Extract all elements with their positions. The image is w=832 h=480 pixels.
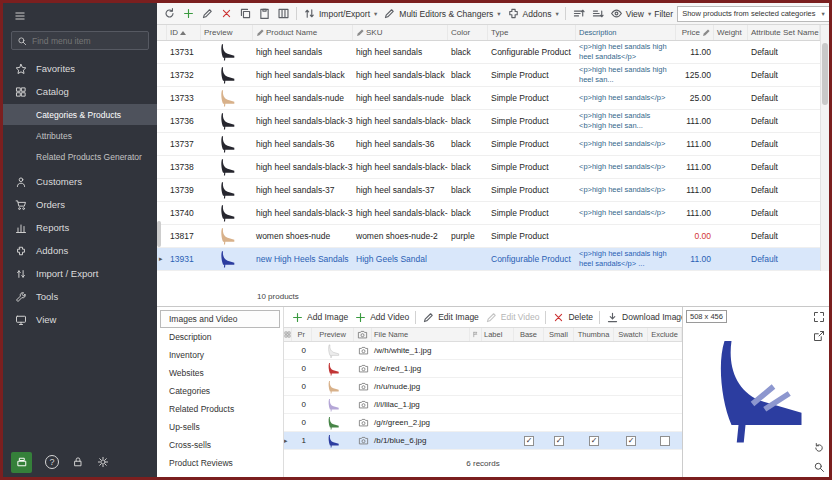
sort-descending-button[interactable] — [588, 5, 607, 22]
product-row[interactable]: 13736high heel sandals-black-36high heel… — [157, 110, 829, 133]
product-row[interactable]: 13733high heel sandals-nudehigh heel san… — [157, 87, 829, 110]
edit-image-button[interactable]: Edit Image — [419, 309, 482, 326]
product-row[interactable]: 13740high heel sandals-black-38high heel… — [157, 202, 829, 225]
product-row[interactable]: 13737high heel sandals-36high heel sanda… — [157, 133, 829, 156]
column-header-product-name[interactable]: Product Name — [253, 25, 353, 40]
tab-description[interactable]: Description — [160, 328, 280, 346]
lock-icon[interactable] — [72, 456, 84, 468]
scrollbar-thumb[interactable] — [822, 43, 828, 105]
sidebar-item-attributes[interactable]: Attributes — [3, 125, 157, 146]
columns-button[interactable] — [274, 5, 293, 22]
add-image-button[interactable]: Add Image — [288, 309, 351, 326]
tab-websites[interactable]: Websites — [160, 364, 280, 382]
tab-product-reviews[interactable]: Product Reviews — [160, 454, 280, 472]
refresh-button[interactable] — [160, 5, 179, 22]
delete-image-button[interactable]: Delete — [549, 309, 596, 326]
add-product-button[interactable] — [179, 5, 198, 22]
checkbox[interactable]: ✓ — [589, 436, 599, 446]
image-row[interactable]: ▸1/b/1/blue_6.jpg✓✓✓✓ — [284, 432, 682, 450]
product-row[interactable]: 13739high heel sandals-37high heel sanda… — [157, 179, 829, 202]
image-row[interactable]: 0/l/i/lilac_1.jpg — [284, 396, 682, 414]
column-header-exclude[interactable]: Exclude — [648, 328, 682, 341]
row-expander[interactable]: ▸ — [157, 255, 167, 263]
add-video-button[interactable]: Add Video — [351, 309, 412, 326]
image-row[interactable]: 0/w/h/white_1.jpg — [284, 342, 682, 360]
sidebar-item-favorites[interactable]: Favorites — [3, 57, 157, 80]
checkbox[interactable] — [660, 436, 670, 446]
product-row[interactable]: 13731high heel sandalshigh heel sandalsb… — [157, 41, 829, 64]
chevron-down-icon: ▾ — [822, 10, 825, 18]
checkbox[interactable]: ✓ — [626, 436, 636, 446]
import-export-dropdown[interactable]: Import/Export▾ — [300, 5, 380, 22]
product-row[interactable]: 13732high heel sandals-blackhigh heel sa… — [157, 64, 829, 87]
column-header-swatch[interactable]: Swatch — [614, 328, 648, 341]
flag-icon — [472, 330, 479, 339]
sidebar-item-reports[interactable]: Reports — [3, 216, 157, 239]
tab-categories[interactable]: Categories — [160, 382, 280, 400]
grid-scrollbar[interactable] — [820, 25, 829, 271]
column-header-attribute-set[interactable]: Attribute Set Name — [748, 25, 820, 40]
pos-terminal-button[interactable] — [11, 452, 32, 473]
edit-product-button[interactable] — [198, 5, 217, 22]
tab-related-products[interactable]: Related Products — [160, 400, 280, 418]
column-header-type[interactable]: Type — [488, 25, 576, 40]
filter-category-select[interactable]: Show products from selected categories ▾ — [677, 6, 829, 22]
view-dropdown[interactable]: View▾ — [607, 5, 655, 22]
product-row[interactable]: 13817women shoes-nudewomen shoes-nude-2p… — [157, 225, 829, 248]
chevron-down-icon: ▾ — [555, 10, 558, 18]
settings-gear-icon[interactable] — [97, 456, 109, 468]
column-header-thumbnail[interactable]: Thumbna — [574, 328, 614, 341]
tab-images-and-video[interactable]: Images and Video — [160, 310, 280, 328]
column-header-sku[interactable]: SKU — [353, 25, 448, 40]
sidebar-item-related-products-generator[interactable]: Related Products Generator — [3, 146, 157, 167]
column-header-preview[interactable]: Preview — [201, 25, 253, 40]
paste-button[interactable] — [255, 5, 274, 22]
open-in-new-icon[interactable] — [813, 330, 825, 342]
help-icon[interactable]: ? — [45, 455, 59, 469]
copy-button[interactable] — [236, 5, 255, 22]
sidebar-item-import-export[interactable]: Import / Export — [3, 262, 157, 285]
checkbox[interactable]: ✓ — [554, 436, 564, 446]
column-header-weight[interactable]: Weight — [714, 25, 748, 40]
hamburger-menu-icon[interactable] — [14, 10, 26, 22]
column-header-base[interactable]: Base — [514, 328, 544, 341]
column-header-id[interactable]: ID — [167, 25, 201, 40]
splitter-handle[interactable] — [157, 221, 161, 247]
sidebar-item-view[interactable]: View — [3, 308, 157, 331]
column-header-small[interactable]: Small — [544, 328, 574, 341]
column-header-position[interactable]: Pr — [292, 328, 312, 341]
menu-search-input[interactable] — [32, 36, 143, 46]
sort-ascending-button[interactable] — [569, 5, 588, 22]
column-header-description[interactable]: Description — [576, 25, 676, 40]
zoom-icon[interactable] — [813, 461, 825, 473]
column-header-preview[interactable]: Preview — [312, 328, 354, 341]
tab-inventory[interactable]: Inventory — [160, 346, 280, 364]
column-header-color[interactable]: Color — [448, 25, 488, 40]
edit-video-button[interactable]: Edit Video — [482, 309, 543, 326]
sidebar-item-catalog[interactable]: Catalog — [3, 80, 157, 103]
column-header-price[interactable]: Price — [676, 25, 714, 40]
store-manager-window: Favorites Catalog Categories & Products … — [0, 0, 832, 480]
sidebar-item-orders[interactable]: Orders — [3, 193, 157, 216]
delete-product-button[interactable] — [217, 5, 236, 22]
menu-search[interactable] — [11, 31, 149, 50]
sidebar-item-addons[interactable]: Addons — [3, 239, 157, 262]
column-header-label[interactable]: Label — [482, 328, 514, 341]
rotate-icon[interactable] — [813, 442, 825, 454]
multi-editors-dropdown[interactable]: Multi Editors & Changers▾ — [380, 5, 503, 22]
addons-dropdown[interactable]: Addons▾ — [504, 5, 562, 22]
image-row[interactable]: 0/n/u/nude.jpg — [284, 378, 682, 396]
sidebar-item-tools[interactable]: Tools — [3, 285, 157, 308]
sidebar-item-customers[interactable]: Customers — [3, 170, 157, 193]
tab-cross-sells[interactable]: Cross-sells — [160, 436, 280, 454]
column-header-file-name[interactable]: File Name — [372, 328, 470, 341]
checkbox[interactable]: ✓ — [524, 436, 534, 446]
image-row[interactable]: 0/g/r/green_2.jpg — [284, 414, 682, 432]
fullscreen-icon[interactable] — [813, 311, 825, 323]
sidebar-item-categories-products[interactable]: Categories & Products — [3, 104, 157, 125]
image-row[interactable]: 0/r/e/red_1.jpg — [284, 360, 682, 378]
tab-up-sells[interactable]: Up-sells — [160, 418, 280, 436]
product-row[interactable]: ▸13931new High Heels SandalsHigh Geels S… — [157, 248, 829, 271]
download-image-button[interactable]: Download Image — [603, 309, 682, 326]
product-row[interactable]: 13738high heel sandals-black-37high heel… — [157, 156, 829, 179]
